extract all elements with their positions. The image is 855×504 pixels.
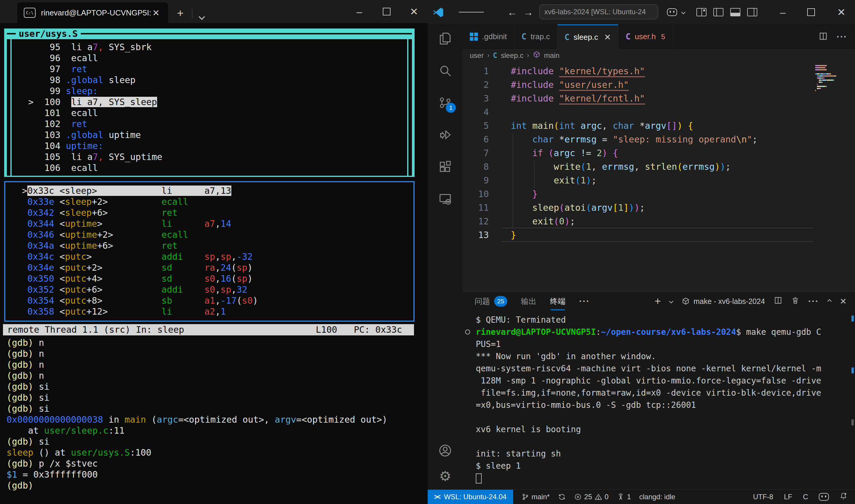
gdb-source-panel: user/usys.S 95 li a7, SYS_sbrk 96 ecall … <box>4 29 414 177</box>
notifications-bell-icon[interactable] <box>840 492 847 502</box>
tab-problems[interactable]: 问题 25 <box>475 292 507 311</box>
language-mode-indicator[interactable]: C <box>803 493 808 501</box>
breadcrumb-folder[interactable]: user <box>470 51 484 60</box>
terminal-output-line: xv6 kernel is booting <box>476 423 846 435</box>
minimap-line <box>815 67 848 69</box>
search-text: xv6-labs-2024 [WSL: Ubuntu-24 <box>545 8 646 16</box>
back-icon[interactable]: ← <box>507 0 517 24</box>
gdb-asm-row: 0x34e <putc+2> sd ra,24(sp) <box>11 262 413 273</box>
minimap-line <box>815 69 848 71</box>
integrated-terminal[interactable]: $ QEMU: Terminatedrinevard@LAPTOP-UCVNGP… <box>476 314 846 484</box>
tab-close-icon[interactable]: ✕ <box>604 32 611 42</box>
gdb-source-line: 98 .global sleep <box>18 74 407 86</box>
maximize-panel-icon[interactable] <box>827 299 831 303</box>
breadcrumb-symbol[interactable]: main <box>544 51 559 60</box>
vscode-close-button[interactable]: ✕ <box>828 0 855 24</box>
source-control-icon[interactable]: 1 <box>438 95 453 110</box>
activity-bar: 1 ⚙ <box>428 24 463 490</box>
copilot-chevron-icon[interactable] <box>682 0 685 24</box>
tab-label: user.h <box>635 32 656 41</box>
split-editor-icon[interactable] <box>819 32 828 42</box>
eol-indicator[interactable]: LF <box>784 493 792 501</box>
kill-terminal-icon[interactable] <box>791 296 800 307</box>
code-editor[interactable]: 12345678910111213 #include "kernel/types… <box>463 62 855 291</box>
gdb-asm-row: 0x350 <putc+4> sd s0,16(sp) <box>11 273 413 284</box>
remote-indicator[interactable]: >< WSL: Ubuntu-24.04 <box>428 490 513 504</box>
screen: C:\ rinevard@LAPTOP-UCVNGP5I: ✕ + – ✕ us… <box>0 0 855 504</box>
terminal-tab-close-icon[interactable]: ✕ <box>150 8 162 18</box>
bottom-panel: 问题 25 输出 终端 ··· + make - xv6-labs-2024 <box>463 291 855 490</box>
copilot-status-icon[interactable] <box>819 493 829 501</box>
code-line: exit(1); <box>511 174 758 187</box>
terminal-dropdown-icon[interactable] <box>669 299 673 303</box>
panel-more-tabs-icon[interactable]: ··· <box>579 296 590 306</box>
run-debug-icon[interactable] <box>438 127 453 143</box>
code-line <box>511 105 758 119</box>
code-line: int main(int argc, char *argv[]) { <box>511 119 758 133</box>
split-terminal-icon[interactable] <box>774 296 782 307</box>
vscode-maximize-button[interactable] <box>797 0 825 24</box>
minimize-button[interactable]: – <box>346 0 373 23</box>
code-line: #include "user/user.h" <box>511 78 758 92</box>
close-button[interactable]: ✕ <box>400 0 428 23</box>
explorer-icon[interactable] <box>438 31 453 46</box>
gdb-console[interactable]: (gdb) n(gdb) n(gdb) n(gdb) n(gdb) si(gdb… <box>3 337 428 491</box>
warning-count: 0 <box>605 493 608 501</box>
ports-indicator[interactable]: 1 <box>617 493 631 501</box>
extensions-icon[interactable] <box>438 159 453 175</box>
vscode-logo-icon <box>432 0 444 24</box>
close-panel-icon[interactable]: ✕ <box>840 296 847 306</box>
forward-icon[interactable]: → <box>523 0 533 24</box>
tab-output[interactable]: 输出 <box>521 292 536 311</box>
panel-more-actions-icon[interactable]: ··· <box>808 296 819 306</box>
terminal-instance-label: make - xv6-labs-2024 <box>693 297 765 306</box>
code-line: char *errmsg = "sleep: missing operand\n… <box>511 133 758 146</box>
tab-gdbinit[interactable]: .gdbinit <box>463 24 514 49</box>
gdb-console-line: sleep () at user/usys.S:100 <box>6 447 428 458</box>
more-actions-icon[interactable]: ··· <box>837 32 847 42</box>
tab-label: trap.c <box>531 32 550 41</box>
tab-sleep-c[interactable]: C sleep.c ✕ <box>557 24 619 49</box>
tab-label: 问题 <box>475 296 490 307</box>
terminal-instance[interactable]: make - xv6-labs-2024 <box>681 297 765 306</box>
editor-tab-bar: .gdbinit C trap.c C sleep.c ✕ C user.h 5… <box>463 24 855 49</box>
maximize-button[interactable] <box>373 0 400 23</box>
copilot-icon[interactable] <box>667 0 677 24</box>
new-terminal-icon[interactable]: + <box>655 295 661 307</box>
terminal-tab[interactable]: C:\ rinevard@LAPTOP-UCVNGP5I: ✕ <box>17 2 168 23</box>
terminal-output-line: rinevard@LAPTOP-UCVNGP5I:~/open-course/x… <box>476 326 846 338</box>
search-icon[interactable] <box>438 63 453 78</box>
line-number: 13 <box>463 228 489 242</box>
toggle-panel-icon[interactable] <box>730 0 741 24</box>
code-line: if (argc != 2) { <box>511 146 758 160</box>
sync-icon[interactable] <box>558 493 566 501</box>
minimap-line <box>815 90 848 92</box>
minimap-line <box>815 73 848 75</box>
account-icon[interactable] <box>438 443 453 458</box>
tab-user-h[interactable]: C user.h 5 <box>618 24 672 49</box>
menu-icon[interactable] <box>459 0 484 24</box>
command-center-search[interactable]: xv6-labs-2024 [WSL: Ubuntu-24 <box>539 4 658 19</box>
breadcrumb[interactable]: user › C sleep.c › main <box>463 49 855 62</box>
gdb-asm-row: 0x358 <putc+12> li a2,1 <box>11 306 413 317</box>
branch-indicator[interactable]: main* <box>521 493 550 501</box>
tab-trap-c[interactable]: C trap.c <box>514 24 557 49</box>
tab-terminal[interactable]: 终端 <box>550 292 566 311</box>
new-tab-button[interactable]: + <box>177 7 183 23</box>
remote-explorer-icon[interactable] <box>438 191 453 206</box>
minimap[interactable] <box>815 65 848 92</box>
toggle-secondary-sidebar-icon[interactable] <box>747 0 757 24</box>
command-marker-icon <box>465 329 470 335</box>
line-number: 11 <box>463 201 489 215</box>
toggle-sidebar-icon[interactable] <box>713 0 724 24</box>
tab-dropdown-icon[interactable] <box>199 14 205 20</box>
clangd-status[interactable]: clangd: idle <box>639 493 675 501</box>
problems-indicator[interactable]: 25 0 <box>574 493 608 501</box>
vscode-minimize-button[interactable]: – <box>769 0 797 24</box>
settings-gear-icon[interactable]: ⚙ <box>438 468 453 484</box>
breadcrumb-file[interactable]: sleep.c <box>501 51 523 60</box>
customize-layout-icon[interactable] <box>696 0 707 24</box>
gdb-source-line: 101 ecall <box>18 107 407 119</box>
tab-label: 终端 <box>550 296 566 307</box>
encoding-indicator[interactable]: UTF-8 <box>753 493 773 501</box>
